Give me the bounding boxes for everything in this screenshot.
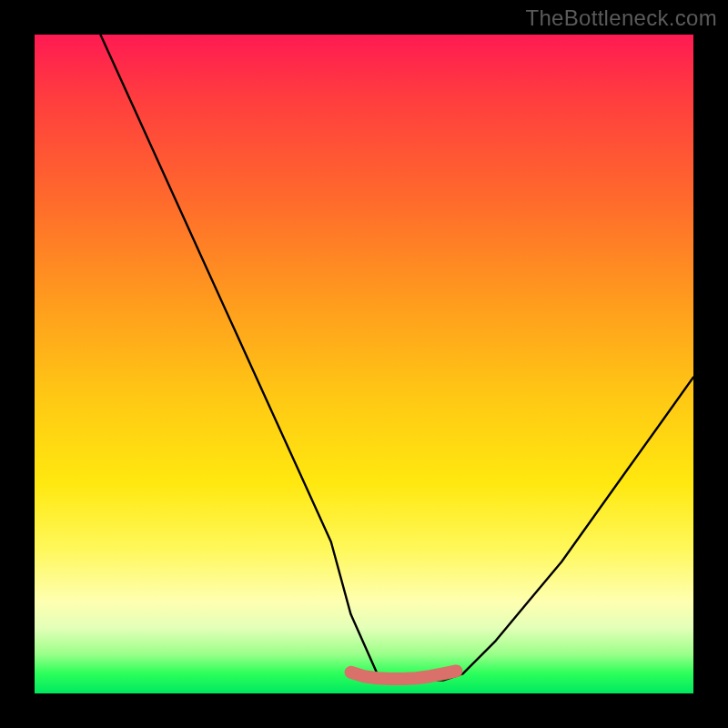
watermark-text: TheBottleneck.com <box>525 5 717 31</box>
optimal-band <box>351 671 457 679</box>
bottleneck-curve <box>100 35 693 681</box>
plot-area <box>35 35 693 693</box>
chart-frame: TheBottleneck.com <box>0 0 728 728</box>
curve-layer <box>35 35 693 693</box>
